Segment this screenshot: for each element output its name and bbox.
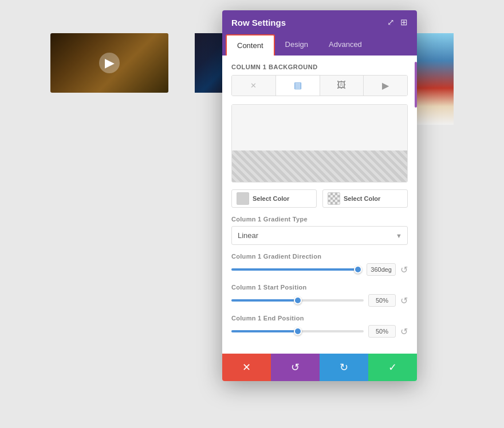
grid-icon[interactable]: ⊞ <box>400 17 408 27</box>
column1-background-section: Column 1 Background ✕ ▤ 🖼 ▶ <box>231 64 408 96</box>
color1-swatch <box>237 192 249 205</box>
start-position-reset-icon[interactable]: ↺ <box>400 295 408 306</box>
confirm-icon: ✓ <box>388 361 397 374</box>
color2-label: Select Color <box>344 195 380 202</box>
row-settings-modal: Row Settings ⤢ ⊞ Content Design Advanced… <box>222 10 417 381</box>
end-position-value[interactable]: 50% <box>368 325 396 338</box>
end-position-reset-icon[interactable]: ↺ <box>400 326 408 337</box>
end-position-fill <box>231 330 298 332</box>
color2-selector-btn[interactable]: Select Color <box>322 189 408 208</box>
gradient-type-select[interactable]: Linear Radial <box>231 226 408 245</box>
gradient-direction-field: Column 1 Gradient Direction 360deg ↺ <box>231 253 408 276</box>
gradient-type-label: Column 1 Gradient Type <box>231 216 408 223</box>
image-icon: 🖼 <box>337 80 346 90</box>
cancel-button[interactable]: ✕ <box>222 354 271 381</box>
bg-type-image-btn[interactable]: 🖼 <box>320 76 364 96</box>
tab-content[interactable]: Content <box>226 34 275 56</box>
end-position-field: Column 1 End Position 50% ↺ <box>231 315 408 338</box>
redo-button[interactable]: ↻ <box>320 354 368 381</box>
tab-design[interactable]: Design <box>275 34 318 56</box>
scroll-indicator <box>415 56 417 381</box>
modal-footer: ✕ ↺ ↻ ✓ <box>222 354 417 381</box>
undo-button[interactable]: ↺ <box>271 354 320 381</box>
gradient-direction-track[interactable] <box>231 268 362 271</box>
gradient-direction-slider-row: 360deg ↺ <box>231 263 408 276</box>
scroll-thumb[interactable] <box>415 62 417 108</box>
start-position-value[interactable]: 50% <box>368 294 396 307</box>
bg-type-gradient-btn[interactable]: ▤ <box>276 76 320 96</box>
color-selector-row: Select Color Select Color <box>231 189 408 208</box>
gradient-type-field: Column 1 Gradient Type Linear Radial ▼ <box>231 216 408 245</box>
start-position-slider-row: 50% ↺ <box>231 294 408 307</box>
start-position-thumb[interactable] <box>294 296 302 304</box>
end-position-track[interactable] <box>231 330 364 332</box>
color1-label: Select Color <box>253 195 289 202</box>
gradient-preview-bottom <box>232 150 407 182</box>
gradient-direction-label: Column 1 Gradient Direction <box>231 253 408 260</box>
tab-advanced[interactable]: Advanced <box>318 34 372 56</box>
modal-content: Column 1 Background ✕ ▤ 🖼 ▶ <box>222 56 417 354</box>
end-position-slider-row: 50% ↺ <box>231 325 408 338</box>
modal-tabs: Content Design Advanced <box>222 34 417 56</box>
gradient-type-select-wrapper: Linear Radial ▼ <box>231 226 408 245</box>
cancel-icon: ✕ <box>242 361 251 374</box>
redo-icon: ↻ <box>340 361 348 374</box>
start-position-track[interactable] <box>231 299 364 302</box>
no-bg-icon: ✕ <box>250 81 257 90</box>
gradient-icon: ▤ <box>294 80 302 90</box>
bg-type-video-btn[interactable]: ▶ <box>364 76 407 96</box>
video-icon: ▶ <box>382 81 389 90</box>
gradient-preview <box>231 104 408 183</box>
start-position-label: Column 1 Start Position <box>231 284 408 291</box>
bg-type-none-btn[interactable]: ✕ <box>232 76 276 96</box>
undo-icon: ↺ <box>291 361 300 374</box>
confirm-button[interactable]: ✓ <box>368 354 417 381</box>
gradient-direction-value[interactable]: 360deg <box>367 263 396 276</box>
modal-header: Row Settings ⤢ ⊞ <box>222 10 417 34</box>
fullscreen-icon[interactable]: ⤢ <box>387 17 395 27</box>
end-position-label: Column 1 End Position <box>231 315 408 322</box>
gradient-direction-reset-icon[interactable]: ↺ <box>400 264 408 275</box>
gradient-direction-fill <box>231 268 358 271</box>
color2-swatch <box>328 192 340 205</box>
color1-selector-btn[interactable]: Select Color <box>231 189 317 208</box>
gradient-direction-thumb[interactable] <box>354 265 362 274</box>
column1-background-label: Column 1 Background <box>231 64 408 70</box>
end-position-thumb[interactable] <box>294 327 302 335</box>
modal-header-icons: ⤢ ⊞ <box>387 17 408 27</box>
modal-title: Row Settings <box>231 18 286 27</box>
gradient-preview-top <box>232 105 407 150</box>
start-position-fill <box>231 299 298 302</box>
background-type-row: ✕ ▤ 🖼 ▶ <box>231 75 408 96</box>
start-position-field: Column 1 Start Position 50% ↺ <box>231 284 408 307</box>
bg-image-guitar <box>50 33 168 93</box>
